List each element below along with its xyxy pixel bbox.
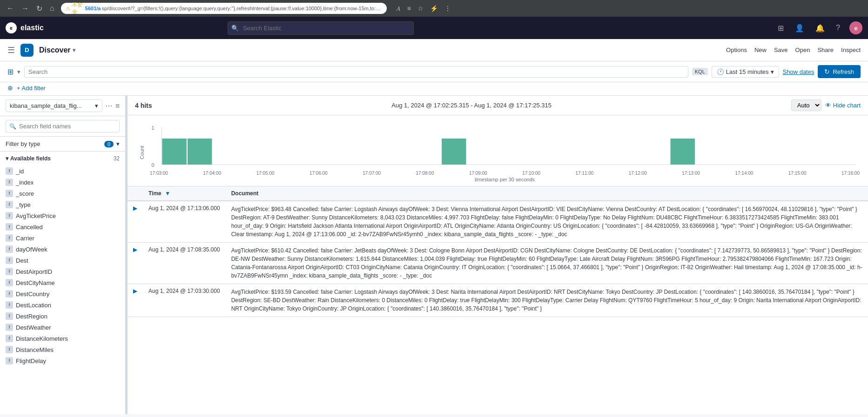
x-tick-label: 17:16:00 <box>841 171 860 176</box>
auto-select[interactable]: Auto <box>791 99 821 111</box>
expand-cell[interactable]: ▶ <box>128 243 143 284</box>
search-bar: ⊞ ▾ KQL 🕐 Last 15 minutes ▾ Show dates ↻… <box>0 61 868 82</box>
time-cell: Aug 1, 2024 @ 17:13:06.000 <box>143 201 226 243</box>
table-body: ▶ Aug 1, 2024 @ 17:13:06.000 AvgTicketPr… <box>128 201 868 317</box>
index-name: kibana_sample_data_flig... <box>10 102 82 109</box>
histogram-bar[interactable] <box>442 139 466 165</box>
new-button[interactable]: New <box>754 46 767 53</box>
open-button[interactable]: Open <box>795 46 810 53</box>
forward-button[interactable]: → <box>19 3 32 14</box>
histogram-chart: 1 0 <box>149 123 861 169</box>
svg-text:0: 0 <box>151 163 154 168</box>
field-item[interactable]: f DestCountry <box>0 288 125 299</box>
index-selector[interactable]: kibana_sample_data_flig... ▾ <box>6 99 102 112</box>
bookmark-button[interactable]: ☆ <box>415 4 426 13</box>
field-item[interactable]: f DestWeather <box>0 322 125 333</box>
sidebar-search-section: 🔍 <box>0 116 125 137</box>
filter-icon-button[interactable]: ⊕ <box>7 84 13 92</box>
document-cell: AvgTicketPrice: $193.59 Cancelled: false… <box>226 284 868 317</box>
index-options-button[interactable]: ⋯ <box>105 101 113 110</box>
expand-row-button[interactable]: ▶ <box>133 288 137 294</box>
reload-button[interactable]: ↻ <box>34 3 45 14</box>
field-item[interactable]: f Cancelled <box>0 221 125 232</box>
field-item[interactable]: f DistanceMiles <box>0 344 125 355</box>
save-button[interactable]: Save <box>774 46 788 53</box>
translate-button[interactable]: 𝐴 <box>394 4 403 13</box>
add-filter-button[interactable]: + Add filter <box>17 85 46 92</box>
expand-cell[interactable]: ▶ <box>128 284 143 317</box>
app-title[interactable]: Discover ▾ <box>39 46 75 54</box>
field-item[interactable]: f DestLocation <box>0 299 125 311</box>
x-tick-label: 17:09:00 <box>469 171 487 176</box>
histogram-bar[interactable] <box>671 139 695 165</box>
field-item[interactable]: f DestCityName <box>0 277 125 288</box>
results-area[interactable]: Time ▼ Document ▶ Aug 1, 2024 @ 17:13:06… <box>128 186 868 414</box>
available-fields-header[interactable]: ▾ Available fields 32 <box>0 152 125 165</box>
field-item[interactable]: f DestAirportID <box>0 266 125 277</box>
field-name: FlightDelay <box>16 357 46 364</box>
field-item[interactable]: f FlightDelay <box>0 355 125 366</box>
content-area: 4 hits Aug 1, 2024 @ 17:02:25.315 - Aug … <box>128 96 868 414</box>
field-item[interactable]: f dayOfWeek <box>0 244 125 255</box>
show-dates-button[interactable]: Show dates <box>783 68 814 75</box>
browser-address-bar[interactable]: ⚠ 不安全 5601/a sp/discover#/?_g={filters:!… <box>61 3 387 14</box>
histogram-bar[interactable] <box>188 139 212 165</box>
help-button[interactable]: ? <box>834 22 842 34</box>
field-type-icon: f <box>6 279 13 286</box>
time-picker-chevron-icon: ▾ <box>771 68 774 75</box>
field-type-icon: f <box>6 290 13 298</box>
field-type-icon: f <box>6 245 13 253</box>
x-tick-label: 17:06:00 <box>310 171 328 176</box>
back-button[interactable]: ← <box>4 3 17 14</box>
x-tick-label: 17:04:00 <box>203 171 221 176</box>
index-edit-button[interactable]: ≡ <box>115 102 120 110</box>
refresh-button[interactable]: ↻ Refresh <box>818 65 861 78</box>
sidebar-search-input[interactable] <box>6 120 120 132</box>
table-header-row: Time ▼ Document <box>128 186 868 201</box>
field-item[interactable]: f _type <box>0 199 125 210</box>
field-item[interactable]: f _index <box>0 177 125 188</box>
index-select-button[interactable]: ⊞ <box>7 67 13 76</box>
settings-button[interactable]: ⋮ <box>442 4 453 13</box>
integrations-button[interactable]: ⊞ <box>776 22 786 34</box>
time-picker[interactable]: 🕐 Last 15 minutes ▾ <box>712 66 779 78</box>
saved-search-button[interactable]: ▾ <box>17 68 20 75</box>
elastic-search-wrap: 🔍 <box>228 21 414 35</box>
home-button[interactable]: ⌂ <box>47 3 57 14</box>
field-item[interactable]: f DistanceKilometers <box>0 333 125 344</box>
field-type-icon: f <box>6 201 13 208</box>
avatar-button[interactable]: e <box>849 21 862 34</box>
field-item[interactable]: f _score <box>0 188 125 199</box>
field-item[interactable]: f AvgTicketPrice <box>0 210 125 221</box>
notifications-button[interactable]: 🔔 <box>814 22 827 34</box>
field-name: Dest <box>16 257 28 264</box>
field-item[interactable]: f Dest <box>0 255 125 266</box>
hide-chart-button[interactable]: 👁 Hide chart <box>825 102 861 109</box>
expand-col-header <box>128 186 143 201</box>
time-col-header[interactable]: Time ▼ <box>143 186 226 201</box>
field-type-icon: f <box>6 346 13 353</box>
document-cell: AvgTicketPrice: $610.42 Cancelled: false… <box>226 243 868 284</box>
field-item[interactable]: f DestRegion <box>0 311 125 322</box>
expand-row-button[interactable]: ▶ <box>133 205 137 212</box>
app-logo-badge: D <box>20 44 34 57</box>
user-icon-button[interactable]: 👤 <box>793 22 806 34</box>
share-button[interactable]: Share <box>817 46 834 53</box>
options-button[interactable]: Options <box>726 46 747 53</box>
sort-arrow-icon: ▼ <box>165 190 170 197</box>
inspect-button[interactable]: Inspect <box>841 46 861 53</box>
expand-row-button[interactable]: ▶ <box>133 246 137 253</box>
field-item[interactable]: f Carrier <box>0 232 125 244</box>
hamburger-button[interactable]: ☰ <box>7 45 15 55</box>
available-fields-label: Available fields <box>10 155 51 162</box>
search-input-wrap <box>24 66 688 78</box>
expand-cell[interactable]: ▶ <box>128 201 143 243</box>
extensions-button[interactable]: ⚡ <box>428 4 440 13</box>
histogram-bar[interactable] <box>162 139 186 165</box>
field-item[interactable]: f _id <box>0 165 125 177</box>
elastic-search-input[interactable] <box>228 21 414 35</box>
search-input[interactable] <box>28 68 684 75</box>
filter-type-row[interactable]: Filter by type 0 ▾ <box>0 137 125 152</box>
reader-button[interactable]: ≡ <box>405 4 413 13</box>
kql-badge[interactable]: KQL <box>692 68 708 75</box>
